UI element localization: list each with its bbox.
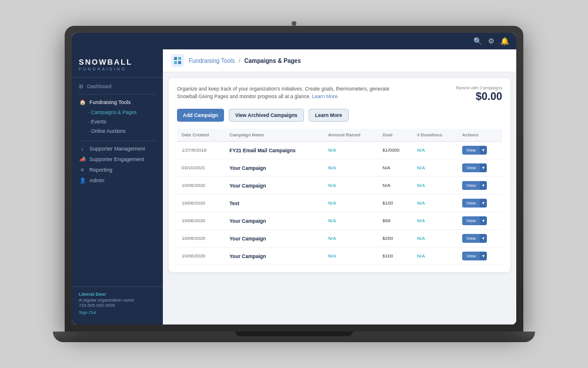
view-dropdown-button-3[interactable]: ▾ — [480, 199, 487, 208]
top-header: 🔍 ⚙ 🔔 — [72, 33, 516, 49]
reporting-label: Reporting — [89, 167, 112, 173]
sidebar-logo: SNOWBALL FUNDRAISING — [72, 54, 163, 78]
campaigns-label: Campaigns & Pages — [91, 109, 137, 115]
col-donations: # Donations — [412, 129, 457, 142]
dashboard-label: Dashboard — [87, 83, 112, 89]
table-row: 10/06/2020 Your Campaign N/A N/A N/A Vie… — [177, 177, 502, 195]
col-amount: Amount Raised — [323, 129, 378, 142]
view-button-3[interactable]: View — [462, 199, 480, 208]
cell-amount: N/A — [323, 142, 378, 159]
view-dropdown-button-4[interactable]: ▾ — [480, 216, 487, 225]
cell-donations: N/A — [412, 159, 457, 177]
view-dropdown-button-6[interactable]: ▾ — [480, 252, 487, 260]
cell-amount: N/A — [323, 247, 378, 265]
cell-amount: N/A — [323, 159, 378, 177]
sign-out-link[interactable]: Sign Out — [79, 310, 156, 315]
auctions-label: Online Auctions — [91, 128, 126, 134]
view-button-6[interactable]: View — [462, 252, 480, 260]
main-content: Organize and keep track of your organiza… — [163, 72, 516, 324]
cell-date: 03/10/2021 — [177, 159, 225, 177]
sidebar-item-dashboard[interactable]: ⊞ Dashboard — [72, 81, 163, 92]
add-campaign-button[interactable]: Add Campaign — [177, 109, 224, 122]
card-description: Organize and keep track of your organiza… — [177, 85, 400, 101]
view-button-0[interactable]: View — [462, 146, 480, 155]
breadcrumb: Fundraising Tools / Campaigns & Pages — [189, 58, 301, 64]
laptop-screen: 🔍 ⚙ 🔔 SNOWBALL FUNDRAISING ⊞ Dashboard — [72, 33, 516, 324]
sidebar-item-supporter-eng[interactable]: 📣 Supporter Engagement — [72, 154, 163, 165]
view-dropdown-button-5[interactable]: ▾ — [480, 234, 487, 243]
col-goal: Goal — [378, 129, 413, 142]
col-actions: Actions — [457, 129, 502, 142]
home-icon: 🏠 — [79, 99, 86, 105]
supporter-eng-icon: 📣 — [79, 156, 86, 162]
col-name: Campaign Name — [225, 129, 323, 142]
sidebar-item-reporting[interactable]: ≡ Reporting — [72, 165, 163, 175]
divider-2 — [79, 140, 156, 141]
sidebar-item-fundraising[interactable]: 🏠 Fundraising Tools — [72, 97, 163, 108]
learn-more-link[interactable]: Learn More — [312, 93, 338, 99]
cell-date: 10/06/2020 — [177, 230, 225, 247]
supporter-eng-label: Supporter Engagement — [89, 156, 144, 162]
reporting-icon: ≡ — [79, 167, 86, 173]
app-container: 🔍 ⚙ 🔔 SNOWBALL FUNDRAISING ⊞ Dashboard — [72, 33, 516, 324]
cell-name: Your Campaign — [225, 212, 323, 230]
cell-goal: $100 — [378, 247, 413, 265]
table-row: 10/06/2020 Your Campaign N/A $100 N/A Vi… — [177, 247, 502, 265]
table-row: 10/06/2020 Your Campaign N/A $200 N/A Vi… — [177, 230, 502, 247]
sidebar-item-supporter-mgmt[interactable]: ↓ Supporter Management — [72, 143, 163, 154]
cell-name: Test — [225, 195, 323, 212]
search-icon[interactable]: 🔍 — [473, 37, 482, 45]
view-button-1[interactable]: View — [462, 163, 480, 172]
supporter-mgmt-label: Supporter Management — [89, 146, 145, 152]
view-dropdown-button-0[interactable]: ▾ — [480, 146, 487, 155]
laptop-camera — [292, 21, 296, 26]
supporter-mgmt-icon: ↓ — [79, 146, 86, 152]
cell-actions: View ▾ — [457, 142, 502, 159]
view-button-2[interactable]: View — [462, 181, 480, 190]
fundraising-section: 🏠 Fundraising Tools · Campaigns & Pages … — [72, 97, 163, 136]
breadcrumb-separator: / — [239, 58, 240, 64]
sidebar-subitem-campaigns[interactable]: · Campaigns & Pages — [72, 108, 163, 117]
cell-actions: View ▾ — [457, 195, 502, 212]
cell-date: 1/27/6/2018 — [177, 142, 225, 159]
sidebar: SNOWBALL FUNDRAISING ⊞ Dashboard 🏠 Fundr… — [72, 49, 163, 324]
bell-icon[interactable]: 🔔 — [500, 37, 509, 45]
card-stat: Raised with Campaigns $0.00 — [456, 85, 502, 103]
cell-amount: N/A — [323, 195, 378, 212]
logo-sub: FUNDRAISING — [79, 67, 156, 71]
cell-actions: View ▾ — [457, 247, 502, 265]
logo-main: SNOWBALL — [79, 58, 156, 66]
cell-name: FY21 Email Mail Campaigns — [225, 142, 323, 159]
action-buttons: Add Campaign View Archived Campaigns Lea… — [177, 109, 502, 122]
cell-donations: N/A — [412, 230, 457, 247]
sidebar-subitem-auctions[interactable]: · Online Auctions — [72, 126, 163, 136]
table-row: 03/10/2021 Your Campaign N/A N/A N/A Vie… — [177, 159, 502, 177]
divider-1 — [79, 94, 156, 95]
learn-more-button[interactable]: Learn More — [309, 109, 349, 122]
events-label: Events — [91, 119, 106, 125]
card-top: Organize and keep track of your organiza… — [177, 85, 502, 103]
sidebar-subitem-events[interactable]: · Events — [72, 117, 163, 126]
cell-donations: N/A — [412, 212, 457, 230]
sidebar-item-admin[interactable]: 👤 Admin — [72, 175, 163, 186]
view-archived-button[interactable]: View Archived Campaigns — [229, 109, 304, 122]
svg-rect-2 — [174, 61, 177, 64]
view-dropdown-button-2[interactable]: ▾ — [480, 181, 487, 190]
cell-amount: N/A — [323, 230, 378, 247]
campaigns-table: Date Created Campaign Name Amount Raised… — [177, 129, 502, 265]
table-header-row: Date Created Campaign Name Amount Raised… — [177, 129, 502, 142]
cell-name: Your Campaign — [225, 159, 323, 177]
cell-actions: View ▾ — [457, 230, 502, 247]
breadcrumb-parent[interactable]: Fundraising Tools — [189, 58, 235, 64]
stat-label: Raised with Campaigns — [456, 85, 502, 91]
view-button-5[interactable]: View — [462, 234, 480, 243]
settings-icon[interactable]: ⚙ — [488, 37, 495, 45]
cell-name: Your Campaign — [225, 247, 323, 265]
main-layout: SNOWBALL FUNDRAISING ⊞ Dashboard 🏠 Fundr… — [72, 49, 516, 324]
user-name[interactable]: Liberal Deer — [79, 292, 156, 297]
view-dropdown-button-1[interactable]: ▾ — [480, 163, 487, 172]
main-card: Organize and keep track of your organiza… — [169, 78, 510, 272]
admin-label: Admin — [89, 178, 105, 183]
content-area: Fundraising Tools / Campaigns & Pages — [163, 49, 516, 324]
view-button-4[interactable]: View — [462, 216, 480, 225]
